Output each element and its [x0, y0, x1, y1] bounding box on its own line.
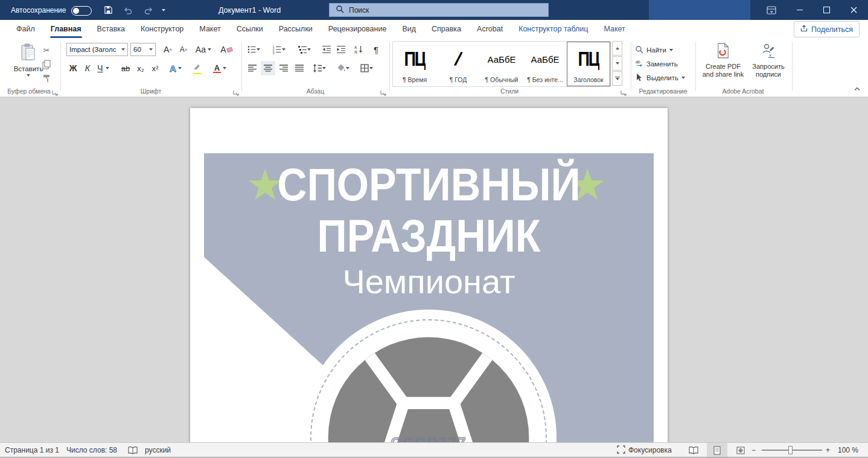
- tab-file[interactable]: Файл: [8, 20, 43, 38]
- undo-icon[interactable]: [123, 0, 133, 20]
- page-indicator[interactable]: Страница 1 из 1: [5, 443, 59, 457]
- font-name-combobox[interactable]: Impact (Заголс: [66, 43, 128, 56]
- multilevel-list-button[interactable]: [296, 43, 313, 56]
- maximize-button[interactable]: [813, 0, 840, 20]
- chevron-down-icon: [282, 48, 286, 51]
- font-size-combobox[interactable]: 60: [130, 43, 156, 56]
- read-mode-icon[interactable]: [683, 443, 704, 457]
- zoom-in-button[interactable]: +: [826, 443, 830, 457]
- style-item-god[interactable]: / ¶ ГОД: [436, 42, 480, 86]
- tab-table-layout[interactable]: Макет: [596, 20, 633, 38]
- italic-button[interactable]: К: [81, 61, 94, 75]
- tab-home[interactable]: Главная: [43, 20, 89, 38]
- highlight-color-button[interactable]: [187, 61, 206, 75]
- show-paragraph-marks-button[interactable]: ¶: [369, 43, 383, 56]
- superscript-button[interactable]: x²: [148, 61, 162, 75]
- highlighter-icon: [193, 62, 201, 73]
- increase-indent-icon[interactable]: [334, 43, 348, 56]
- focus-mode-button[interactable]: Фокусировка: [617, 443, 672, 457]
- font-dialog-launcher-icon[interactable]: [233, 87, 240, 94]
- styles-gallery: ПЦ ¶ Время / ¶ ГОД АаБбЕ ¶ Обычный АаБбЕ…: [392, 41, 611, 87]
- decrease-indent-icon[interactable]: [320, 43, 333, 56]
- poster-subtitle[interactable]: Чемпионат: [204, 264, 654, 300]
- style-item-vremya[interactable]: ПЦ ¶ Время: [393, 42, 436, 86]
- request-signatures-button[interactable]: x Запросить подписи: [748, 43, 788, 90]
- justify-icon[interactable]: [292, 61, 307, 75]
- copy-icon[interactable]: [40, 59, 53, 71]
- collapse-ribbon-icon[interactable]: [851, 84, 863, 93]
- clear-formatting-button[interactable]: А: [219, 43, 234, 56]
- align-right-icon[interactable]: [276, 61, 291, 75]
- tab-references[interactable]: Ссылки: [229, 20, 271, 38]
- find-icon: [635, 45, 643, 55]
- chevron-down-icon: [669, 49, 673, 51]
- paragraph-dialog-launcher-icon[interactable]: [380, 87, 387, 94]
- tab-table-design[interactable]: Конструктор таблиц: [511, 20, 596, 38]
- bold-button[interactable]: Ж: [66, 61, 80, 75]
- align-left-icon[interactable]: [245, 61, 260, 75]
- title-bar: Автосохранение Документ1 - Word Поиск: [0, 0, 868, 20]
- minimize-button[interactable]: [786, 0, 813, 20]
- zoom-slider-thumb[interactable]: [788, 446, 793, 454]
- clipboard-dialog-launcher-icon[interactable]: [52, 87, 59, 94]
- tab-layout[interactable]: Макет: [191, 20, 228, 38]
- proofing-icon[interactable]: [128, 443, 138, 457]
- tab-design[interactable]: Конструктор: [133, 20, 191, 38]
- style-item-normal[interactable]: АаБбЕ ¶ Обычный: [480, 42, 523, 86]
- close-button[interactable]: [840, 0, 867, 20]
- search-input[interactable]: Поиск: [329, 3, 549, 17]
- select-button[interactable]: Выделить: [635, 72, 685, 84]
- account-area[interactable]: [649, 0, 750, 20]
- tab-review[interactable]: Рецензирование: [321, 20, 395, 38]
- tab-view[interactable]: Вид: [394, 20, 424, 38]
- tab-mailings[interactable]: Рассылки: [271, 20, 321, 38]
- replace-button[interactable]: ab Заменить: [635, 58, 678, 70]
- grow-font-button[interactable]: А˄: [161, 43, 175, 56]
- poster-title-line1[interactable]: СПОРТИВНЫЙ: [226, 161, 631, 209]
- chevron-down-icon: [106, 67, 109, 69]
- styles-scroll-down-icon[interactable]: [612, 56, 622, 71]
- change-case-button[interactable]: Аа: [194, 43, 212, 56]
- share-label: Поделиться: [811, 25, 853, 34]
- find-button[interactable]: Найти: [635, 44, 673, 56]
- shrink-font-button[interactable]: А˅: [176, 43, 191, 56]
- align-center-icon[interactable]: [261, 61, 275, 75]
- text-effects-button[interactable]: А: [167, 61, 185, 75]
- autosave-toggle[interactable]: [71, 6, 92, 16]
- zoom-level[interactable]: 100 %: [838, 443, 858, 457]
- style-item-no-spacing[interactable]: АаБбЕ ¶ Без инте...: [523, 42, 567, 86]
- line-spacing-button[interactable]: [310, 61, 328, 75]
- tab-help[interactable]: Справка: [424, 20, 469, 38]
- numbering-button[interactable]: 123: [270, 43, 287, 56]
- quick-access-chevron-icon[interactable]: [162, 0, 165, 20]
- toggle-knob: [73, 8, 79, 14]
- print-layout-icon[interactable]: [707, 443, 727, 457]
- web-layout-icon[interactable]: [730, 443, 751, 457]
- format-painter-icon[interactable]: [40, 73, 53, 85]
- redo-icon[interactable]: [144, 0, 153, 20]
- font-color-button[interactable]: А: [210, 61, 229, 75]
- styles-scroll-up-icon[interactable]: [612, 41, 622, 56]
- bullets-button[interactable]: [245, 43, 262, 56]
- cut-icon[interactable]: ✂: [40, 44, 53, 56]
- tab-insert[interactable]: Вставка: [89, 20, 133, 38]
- sort-icon[interactable]: АЯ: [351, 43, 366, 56]
- word-count[interactable]: Число слов: 58: [66, 443, 117, 457]
- styles-dialog-launcher-icon[interactable]: [621, 87, 627, 94]
- borders-button[interactable]: [356, 61, 377, 75]
- document-page[interactable]: ★ ★ СПОРТИВНЫЙ ПРАЗДНИК Чемпионат СССР77…: [190, 108, 668, 442]
- create-pdf-button[interactable]: Create PDF and share link: [700, 43, 746, 90]
- underline-button[interactable]: Ч: [94, 61, 112, 75]
- strikethrough-button[interactable]: ab: [118, 61, 133, 75]
- language-indicator[interactable]: русский: [145, 443, 171, 457]
- share-button[interactable]: Поделиться: [794, 21, 860, 37]
- save-icon[interactable]: [104, 0, 113, 20]
- tab-acrobat[interactable]: Acrobat: [469, 20, 511, 38]
- zoom-out-button[interactable]: −: [752, 443, 756, 457]
- styles-more-icon[interactable]: [612, 71, 622, 86]
- poster-title-line2[interactable]: ПРАЗДНИК: [226, 212, 631, 260]
- shading-button[interactable]: [333, 61, 353, 75]
- ribbon-display-options-icon[interactable]: [767, 0, 776, 20]
- subscript-button[interactable]: x₂: [134, 61, 147, 75]
- style-item-heading[interactable]: ПЦ Заголовок: [567, 42, 610, 86]
